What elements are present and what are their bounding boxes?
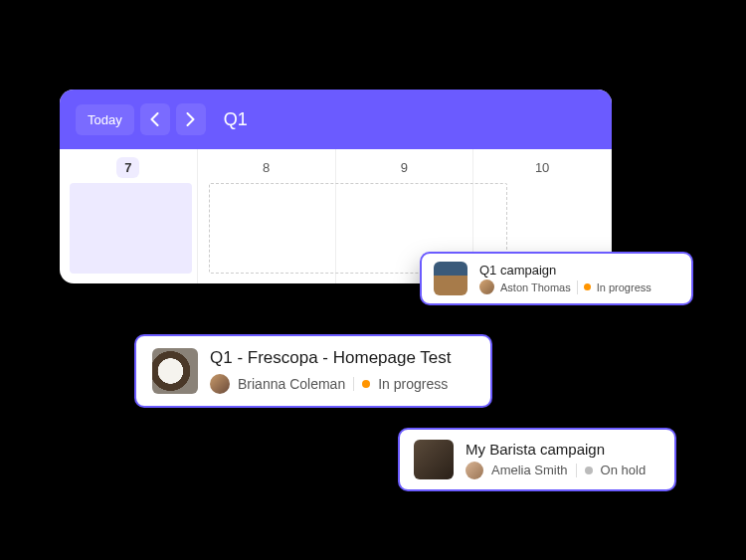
chevron-left-icon [150,112,159,126]
today-button[interactable]: Today [76,104,134,135]
card-meta: Amelia Smith On hold [466,462,646,479]
day-number: 7 [116,157,139,178]
card-status: In progress [597,281,652,293]
card-status: In progress [378,376,448,392]
campaign-card[interactable]: Q1 - Frescopa - Homepage Test Brianna Co… [134,334,492,408]
calendar-header: Today Q1 [60,90,612,149]
card-title: My Barista campaign [466,441,646,458]
status-dot-icon [362,380,370,388]
card-owner: Brianna Coleman [238,376,345,392]
prev-button[interactable] [140,103,170,135]
card-owner: Amelia Smith [491,463,568,477]
day-number: 8 [255,157,278,178]
status-dot-icon [584,283,591,290]
card-thumbnail [152,348,198,394]
card-body: Q1 - Frescopa - Homepage Test Brianna Co… [210,348,452,394]
card-meta: Brianna Coleman In progress [210,374,452,394]
card-thumbnail [414,440,454,479]
card-thumbnail [434,262,467,295]
status-dot-icon [585,467,593,474]
avatar [210,374,230,394]
next-button[interactable] [176,103,206,135]
divider [353,377,354,391]
selected-day-block [70,183,192,274]
card-owner: Aston Thomas [500,281,571,293]
card-status: On hold [601,463,647,477]
day-column[interactable]: 7 [60,149,198,283]
chevron-right-icon [186,112,195,126]
divider [576,464,577,477]
avatar [479,280,494,294]
card-title: Q1 campaign [479,263,652,278]
period-title: Q1 [224,109,248,130]
campaign-card[interactable]: Q1 campaign Aston Thomas In progress [420,252,693,305]
card-title: Q1 - Frescopa - Homepage Test [210,348,452,368]
campaign-card[interactable]: My Barista campaign Amelia Smith On hold [398,428,676,491]
avatar [466,462,483,479]
day-number: 9 [393,157,416,178]
divider [577,280,578,294]
card-meta: Aston Thomas In progress [479,280,652,294]
card-body: Q1 campaign Aston Thomas In progress [479,263,652,294]
day-number: 10 [527,157,557,178]
card-body: My Barista campaign Amelia Smith On hold [466,441,646,479]
